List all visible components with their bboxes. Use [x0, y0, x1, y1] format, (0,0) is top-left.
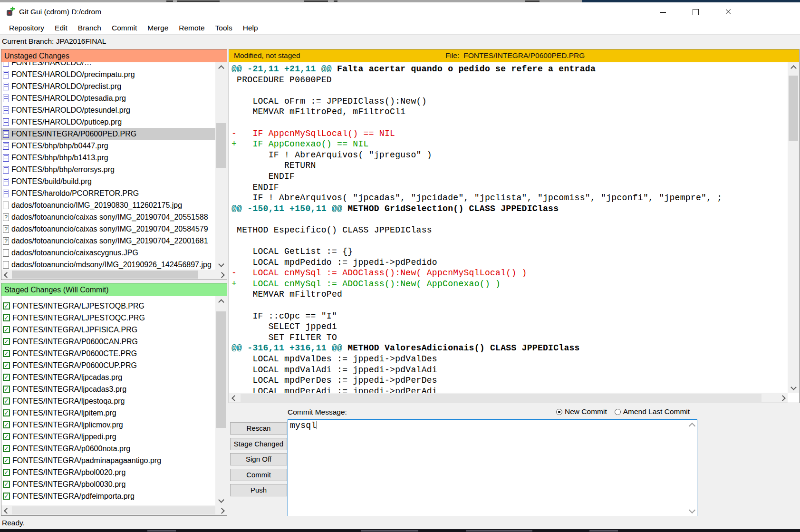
radio-amend-last-commit[interactable]: Amend Last Commit	[615, 407, 690, 416]
file-row[interactable]: dados/fotoanuncio/caixas sony/IMG_201907…	[1, 235, 215, 247]
modified-file-icon[interactable]	[3, 130, 9, 138]
modified-file-icon[interactable]	[3, 166, 9, 174]
file-row[interactable]: FONTES/build/build.prg	[1, 175, 215, 187]
file-row[interactable]: FONTES/INTEGRA/p0600nota.prg	[1, 443, 215, 455]
staged-check-icon[interactable]	[3, 397, 10, 405]
staged-check-icon[interactable]	[3, 386, 10, 393]
scroll-right-icon[interactable]	[780, 395, 786, 401]
scroll-down-icon[interactable]	[689, 507, 695, 513]
minimize-button[interactable]	[647, 2, 679, 21]
untracked-file-icon[interactable]	[3, 202, 9, 209]
staged-horizontal-scrollbar[interactable]	[1, 505, 227, 515]
file-row[interactable]: FONTES/INTEGRA/ljplicmov.prg	[1, 419, 215, 431]
file-row[interactable]: FONTES/INTEGRA/pbol0020.prg	[1, 466, 215, 478]
file-row[interactable]: FONTES/INTEGRA/ljpcadas3.prg	[1, 383, 215, 395]
menu-item-branch[interactable]: Branch	[73, 21, 106, 34]
staged-check-icon[interactable]	[3, 302, 10, 310]
scroll-left-icon[interactable]	[4, 508, 10, 514]
file-row[interactable]: dados/fotoanuncio/mdsony/IMG_20190926_14…	[1, 259, 215, 270]
modified-file-icon[interactable]	[3, 118, 9, 126]
sign-off-button[interactable]: Sign Off	[230, 453, 287, 465]
unknown-file-icon[interactable]	[3, 237, 9, 245]
file-row[interactable]: FONTES/INTEGRA/ljpcadas.prg	[1, 371, 215, 383]
maximize-button[interactable]	[679, 2, 712, 21]
stage-changed-button[interactable]: Stage Changed	[230, 438, 287, 450]
scrollbar-thumb[interactable]	[216, 311, 226, 428]
scrollbar-thumb[interactable]	[12, 506, 215, 514]
menu-item-tools[interactable]: Tools	[210, 21, 238, 34]
scroll-down-icon[interactable]	[218, 261, 224, 267]
scroll-up-icon[interactable]	[689, 423, 695, 429]
staged-check-icon[interactable]	[3, 326, 10, 333]
staged-check-icon[interactable]	[3, 481, 10, 488]
scroll-right-icon[interactable]	[219, 272, 225, 278]
scrollbar-thumb[interactable]	[12, 271, 198, 279]
scroll-left-icon[interactable]	[4, 272, 10, 278]
close-button[interactable]	[712, 2, 744, 21]
staged-check-icon[interactable]	[3, 493, 10, 500]
modified-file-icon[interactable]	[3, 178, 9, 185]
file-row[interactable]: dados/fotoanuncio/caixas sony/IMG_201907…	[1, 211, 215, 223]
push-button[interactable]: Push	[230, 484, 287, 496]
unknown-file-icon[interactable]	[3, 213, 9, 221]
unknown-file-icon[interactable]	[3, 225, 9, 233]
menu-item-commit[interactable]: Commit	[106, 21, 142, 34]
file-row[interactable]: FONTES/INTEGRA/P0600CTE.PRG	[1, 348, 215, 359]
radio-icon[interactable]	[556, 409, 562, 415]
file-row[interactable]: FONTES/INTEGRA/P0600CAN.PRG	[1, 336, 215, 348]
staged-check-icon[interactable]	[3, 457, 10, 464]
file-row[interactable]: FONTES/INTEGRA/padminapagaantigo.prg	[1, 455, 215, 466]
menu-item-remote[interactable]: Remote	[173, 21, 210, 34]
unstaged-vertical-scrollbar[interactable]	[215, 62, 227, 270]
menu-item-repository[interactable]: Repository	[4, 21, 49, 34]
file-row[interactable]: FONTES/haroldo/PCORRETOR.PRG	[1, 187, 215, 199]
rescan-button[interactable]: Rescan	[230, 422, 287, 435]
scroll-left-icon[interactable]	[231, 395, 238, 401]
modified-file-icon[interactable]	[3, 71, 9, 78]
file-row[interactable]: dados/fotoanuncio/caixas sony/IMG_201907…	[1, 223, 215, 235]
scroll-right-icon[interactable]	[219, 508, 225, 514]
file-row[interactable]: FONTES/bhp/bhp/b0447.prg	[1, 140, 215, 152]
untracked-file-icon[interactable]	[3, 249, 9, 257]
modified-file-icon[interactable]	[3, 106, 9, 114]
staged-vertical-scrollbar[interactable]	[215, 296, 227, 505]
staged-check-icon[interactable]	[3, 362, 10, 369]
file-row[interactable]: FONTES/INTEGRA/LJPFISICA.PRG	[1, 324, 215, 336]
menu-item-help[interactable]: Help	[238, 21, 263, 34]
staged-check-icon[interactable]	[3, 469, 10, 476]
file-row[interactable]: FONTES/HAROLDO/preclist.prg	[1, 80, 215, 92]
staged-check-icon[interactable]	[3, 374, 10, 381]
staged-check-icon[interactable]	[3, 338, 10, 345]
file-row[interactable]: FONTES/HAROLDO/precimpatu.prg	[1, 68, 215, 80]
scroll-up-icon[interactable]	[218, 299, 224, 305]
file-row[interactable]: FONTES/HAROLDO/…	[1, 62, 215, 68]
radio-icon[interactable]	[615, 409, 621, 415]
file-row[interactable]: FONTES/INTEGRA/ljpestoqa.prg	[1, 395, 215, 407]
staged-check-icon[interactable]	[3, 445, 10, 452]
file-row[interactable]: FONTES/HAROLDO/puticep.prg	[1, 116, 215, 128]
commit-message-input[interactable]: mysql	[288, 419, 697, 517]
file-row[interactable]: FONTES/INTEGRA/LJPESTOQC.PRG	[1, 312, 215, 324]
scroll-up-icon[interactable]	[790, 65, 797, 71]
untracked-file-icon[interactable]	[3, 261, 9, 269]
modified-file-icon[interactable]	[3, 95, 9, 102]
modified-file-icon[interactable]	[3, 154, 9, 162]
file-row[interactable]: FONTES/INTEGRA/pdfeimporta.prg	[1, 490, 215, 502]
modified-file-icon[interactable]	[3, 62, 9, 67]
file-row[interactable]: FONTES/INTEGRA/LJPESTOQB.PRG	[1, 300, 215, 312]
staged-check-icon[interactable]	[3, 433, 10, 440]
file-row[interactable]: FONTES/INTEGRA/P0600CUP.PRG	[1, 359, 215, 371]
radio-new-commit[interactable]: New Commit	[556, 407, 607, 416]
file-row[interactable]: dados/fotoanuncio/caixascygnus.JPG	[1, 247, 215, 259]
file-row[interactable]: dados/fotoanuncio/IMG_20190830_112602175…	[1, 199, 215, 211]
file-row[interactable]: FONTES/INTEGRA/ljpitem.prg	[1, 407, 215, 419]
file-row[interactable]: FONTES/bhp/bhp/b1413.prg	[1, 152, 215, 164]
diff-horizontal-scrollbar[interactable]	[229, 393, 788, 403]
file-row[interactable]: FONTES/HAROLDO/ptesadia.prg	[1, 92, 215, 104]
modified-file-icon[interactable]	[3, 190, 9, 197]
staged-check-icon[interactable]	[3, 409, 10, 416]
scrollbar-thumb[interactable]	[216, 123, 226, 168]
file-row[interactable]: FONTES/HAROLDO/ptesundel.prg	[1, 104, 215, 116]
scrollbar-thumb[interactable]	[241, 394, 761, 402]
file-row[interactable]: FONTES/INTEGRA/ljppedi.prg	[1, 431, 215, 443]
